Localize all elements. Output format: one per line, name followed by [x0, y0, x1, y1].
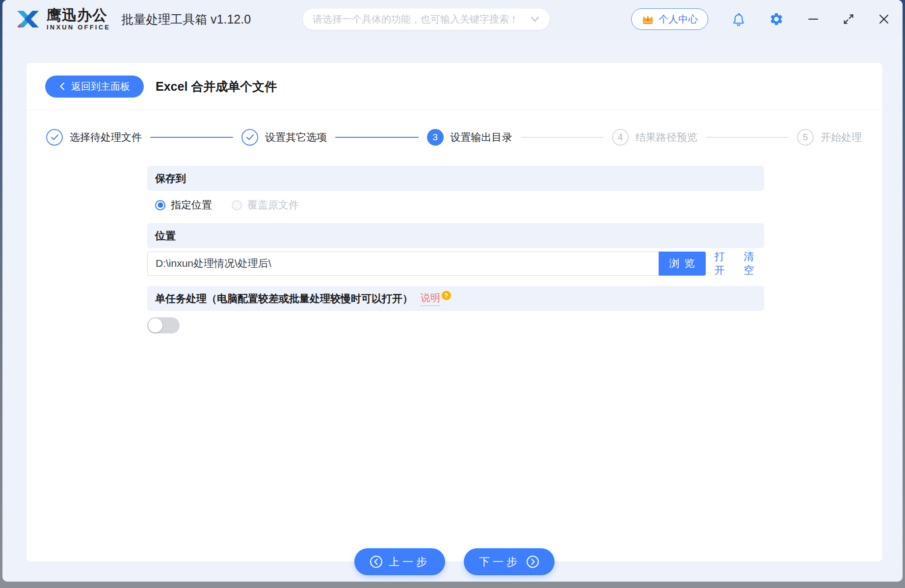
step-result-preview: 4 结果路径预览: [612, 129, 697, 146]
step-indicator: 选择待处理文件 设置其它选项 3 设置输出目录: [27, 110, 882, 146]
step-select-files: 选择待处理文件: [46, 129, 142, 146]
question-badge-icon[interactable]: ?: [442, 291, 451, 300]
crown-icon: [641, 14, 654, 25]
prev-step-label: 上一步: [389, 555, 430, 569]
next-step-button[interactable]: 下一步: [464, 548, 555, 575]
open-folder-link[interactable]: 打开: [715, 250, 735, 277]
wizard-nav: 上一步 下一步: [27, 548, 882, 575]
minimize-button[interactable]: [807, 13, 819, 25]
clear-path-link[interactable]: 清空: [744, 250, 764, 277]
radio-checked-icon[interactable]: [155, 200, 165, 210]
user-center-label: 个人中心: [659, 13, 698, 26]
step-number: 5: [797, 129, 814, 146]
titlebar: 鹰迅办公 INXUN OFFICE 批量处理工具箱 v1.12.0: [2, 0, 903, 38]
notification-button[interactable]: [732, 12, 745, 26]
save-to-header: 保存到: [147, 166, 764, 191]
app-title: 批量处理工具箱 v1.12.0: [121, 11, 251, 27]
brand-text: 鹰迅办公 INXUN OFFICE: [47, 7, 110, 31]
maximize-icon: [843, 13, 854, 25]
single-task-header-label: 单任务处理（电脑配置较差或批量处理较慢时可以打开）: [155, 292, 413, 306]
main-content: 返回到主面板 Excel 合并成单个文件 选择待处理文件: [2, 38, 903, 582]
radio-specified-location[interactable]: 指定位置: [155, 198, 212, 212]
back-label: 返回到主面板: [71, 80, 130, 93]
help-link[interactable]: 说明: [421, 291, 440, 306]
single-task-toggle[interactable]: [147, 317, 180, 333]
user-center-button[interactable]: 个人中心: [631, 8, 708, 30]
titlebar-actions: 个人中心: [631, 8, 890, 30]
step-connector: [335, 137, 418, 138]
function-card: 返回到主面板 Excel 合并成单个文件 选择待处理文件: [26, 62, 883, 562]
back-to-dashboard-button[interactable]: 返回到主面板: [45, 76, 144, 98]
function-search[interactable]: [302, 8, 550, 30]
step-check-icon: [46, 129, 63, 146]
output-settings-form: 保存到 指定位置 覆盖原文件 位置: [147, 166, 764, 333]
step-label: 设置其它选项: [265, 130, 327, 144]
radio-label: 指定位置: [171, 198, 212, 212]
step-output-directory: 3 设置输出目录: [427, 129, 512, 146]
maximize-button[interactable]: [843, 13, 854, 25]
app-window: 鹰迅办公 INXUN OFFICE 批量处理工具箱 v1.12.0: [2, 0, 903, 582]
single-task-header: 单任务处理（电脑配置较差或批量处理较慢时可以打开） 说明 ?: [147, 286, 764, 311]
step-label: 结果路径预览: [636, 130, 697, 144]
close-icon: [878, 13, 890, 25]
step-label: 设置输出目录: [451, 130, 512, 144]
brand-name-cn: 鹰迅办公: [47, 7, 110, 23]
toggle-knob[interactable]: [148, 318, 162, 332]
step-label: 开始处理: [821, 130, 862, 144]
card-header: 返回到主面板 Excel 合并成单个文件: [27, 63, 882, 110]
step-other-options: 设置其它选项: [241, 129, 327, 146]
radio-label: 覆盖原文件: [247, 198, 299, 212]
step-number: 3: [427, 129, 444, 146]
page-title: Excel 合并成单个文件: [156, 78, 277, 95]
location-header: 位置: [147, 223, 764, 248]
step-connector: [521, 137, 604, 138]
settings-button[interactable]: [769, 12, 784, 26]
circle-chevron-right-icon: [526, 555, 539, 568]
logo-x-icon: [15, 8, 41, 30]
minimize-icon: [807, 13, 819, 25]
step-label: 选择待处理文件: [70, 130, 142, 144]
circle-chevron-left-icon: [370, 555, 383, 568]
next-step-label: 下一步: [479, 555, 520, 569]
prev-step-button[interactable]: 上一步: [354, 548, 445, 575]
step-number: 4: [612, 129, 629, 146]
step-start-processing: 5 开始处理: [797, 129, 862, 146]
gear-icon: [769, 12, 784, 26]
output-path-input[interactable]: [147, 252, 659, 276]
chevron-down-icon[interactable]: [530, 16, 540, 23]
radio-overwrite-original: 覆盖原文件: [232, 198, 299, 212]
brand-name-en: INXUN OFFICE: [47, 24, 110, 31]
search-input[interactable]: [313, 14, 530, 25]
location-header-label: 位置: [155, 229, 176, 243]
radio-disabled-icon: [232, 200, 242, 210]
save-to-header-label: 保存到: [155, 172, 186, 185]
chevron-left-icon: [59, 82, 65, 91]
brand-logo: 鹰迅办公 INXUN OFFICE: [15, 7, 110, 31]
step-connector: [150, 137, 233, 138]
step-connector: [706, 137, 789, 138]
location-input-row: 浏览 打开 清空: [147, 250, 764, 277]
step-check-icon: [241, 129, 258, 146]
browse-button[interactable]: 浏览: [659, 252, 706, 276]
close-button[interactable]: [878, 13, 890, 25]
bell-icon: [732, 12, 745, 26]
save-to-options: 指定位置 覆盖原文件: [155, 198, 764, 212]
